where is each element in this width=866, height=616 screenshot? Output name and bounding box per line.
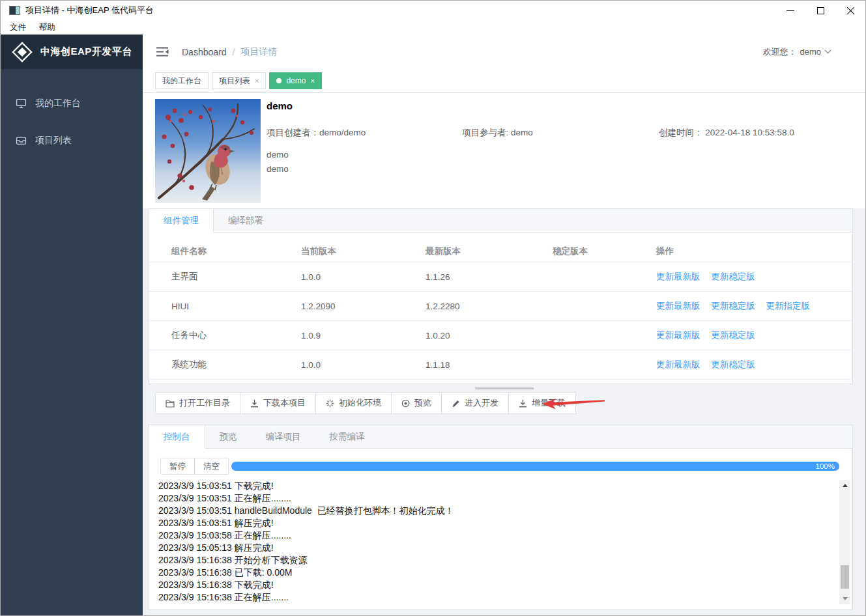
nav-tabbar: 我的工作台 项目列表 × demo × [143,69,865,93]
scroll-up-button[interactable] [839,480,850,491]
log-line: 2023/3/9 15:03:51 解压完成! [158,517,837,529]
menu-fold-icon[interactable] [156,46,169,57]
console-log-output: 2023/3/9 15:03:51 下载完成! 2023/3/9 15:03:5… [158,480,837,603]
preview-button[interactable]: 预览 [391,392,442,414]
chevron-down-icon [824,49,831,54]
folder-icon [166,399,175,408]
project-info-section: demo 项目创建者：demo/demo 项目参与者: demo 创建时间： 2… [143,93,865,208]
breadcrumb-dashboard[interactable]: Dashboard [182,47,227,57]
log-line: 2023/3/9 15:05:13 解压完成! [158,542,837,554]
nav-tab-project-list[interactable]: 项目列表 × [212,72,266,89]
close-icon[interactable]: × [310,77,314,85]
nav-tab-label: 我的工作台 [162,76,201,87]
maximize-icon [817,7,824,14]
logo-title: 中海创EAP开发平台 [40,46,132,58]
log-line: 2023/3/9 15:03:51 handleBuildModule 已经替换… [158,505,837,517]
update-stable-link[interactable]: 更新稳定版 [711,301,755,311]
scrollbar-thumb[interactable] [841,565,849,589]
project-creator: 项目创建者：demo/demo [267,127,462,139]
update-latest-link[interactable]: 更新最新版 [656,330,700,340]
update-specified-link[interactable]: 更新指定版 [766,301,811,311]
project-toolbar: 打开工作目录 下载本项目 初始化环境 [155,392,576,415]
menu-help[interactable]: 帮助 [39,22,55,33]
sidebar-item-workbench[interactable]: 我的工作台 [1,85,143,122]
sidebar-item-project-list[interactable]: 项目列表 [1,122,143,159]
topbar: Dashboard / 项目详情 欢迎您： demo [143,35,865,69]
table-row: HIUI 1.2.2090 1.2.2280 更新最新版 更新稳定版 更新指定版 [149,292,852,321]
init-icon [326,399,334,408]
titlebar: 项目详情 - 中海创EAP 低代码平台 [1,1,865,20]
table-row: 主界面 1.0.0 1.1.26 更新最新版 更新稳定版 [149,262,852,292]
open-workdir-button[interactable]: 打开工作目录 [155,392,240,414]
table-header-row: 组件名称 当前版本 最新版本 稳定版本 操作 [149,240,852,262]
project-participant: 项目参与者: demo [462,127,659,139]
init-env-button[interactable]: 初始化环境 [315,392,392,414]
maximize-button[interactable] [805,1,835,20]
update-latest-link[interactable]: 更新最新版 [656,359,700,369]
enter-dev-icon [452,399,460,408]
update-latest-link[interactable]: 更新最新版 [656,301,700,311]
window-controls [775,1,865,20]
component-panel: 组件管理 编绎部署 组件名称 当前版本 最新版本 稳定版本 操作 主界面 1.0… [149,208,853,384]
tab-compile-project[interactable]: 编译项目 [252,425,315,448]
breadcrumb-separator: / [233,47,235,57]
app-window: { "window": { "title": "项目详情 - 中海创EAP 低代… [0,0,866,616]
project-name: demo [267,100,859,111]
log-line: 2023/3/9 15:16:38 已下载: 0.00M [158,567,837,579]
log-line: 2023/3/9 15:03:51 正在解压........ [158,492,837,505]
close-button[interactable] [835,1,865,20]
main-area: Dashboard / 项目详情 欢迎您： demo 我的工作台 项目列表 × [143,35,865,615]
project-created-time: 创建时间： 2022-04-18 10:53:58.0 [659,127,794,139]
console-panel-tabs: 控制台 预览 编译项目 按需编译 [149,425,852,449]
tab-compile-on-demand[interactable]: 按需编译 [315,425,379,448]
tab-component-manage[interactable]: 组件管理 [149,209,214,232]
project-desc-line: demo [267,164,859,174]
app-icon [9,6,20,15]
splitter-handle[interactable] [475,387,534,389]
console-controls: 暂停 清空 100% [160,456,839,476]
minimize-icon [787,10,794,11]
project-list-icon [16,135,27,146]
download-icon [519,399,527,408]
console-scrollbar[interactable] [839,480,850,604]
nav-tab-workbench[interactable]: 我的工作台 [155,72,209,89]
nav-tab-label: 项目列表 [219,76,250,87]
sidebar-menu: 我的工作台 项目列表 [1,69,143,159]
breadcrumb-current: 项目详情 [240,46,277,58]
update-stable-link[interactable]: 更新稳定版 [711,330,755,340]
progress-percent: 100% [816,462,835,470]
nav-tab-label: demo [286,76,306,85]
username: demo [800,47,821,57]
download-icon [250,399,259,408]
update-latest-link[interactable]: 更新最新版 [656,272,700,281]
monitor-icon [16,98,27,109]
user-menu[interactable]: 欢迎您： demo [762,46,831,58]
enter-dev-button[interactable]: 进入开发 [441,392,509,414]
tab-console[interactable]: 控制台 [149,425,205,448]
update-stable-link[interactable]: 更新稳定版 [711,359,755,369]
log-line: 2023/3/9 15:16:38 下载完成! [158,579,837,591]
menubar: 文件 帮助 [1,20,865,35]
active-dot [276,78,281,83]
tab-compile-deploy[interactable]: 编绎部署 [214,209,278,232]
breadcrumb: Dashboard / 项目详情 [182,46,277,58]
log-line: 2023/3/9 15:16:38 开始分析下载资源 [158,554,837,567]
sidebar-logo: 中海创EAP开发平台 [1,35,143,69]
menu-file[interactable]: 文件 [10,22,26,33]
logo-icon [11,41,33,63]
download-project-button[interactable]: 下载本项目 [240,392,316,414]
component-table: 组件名称 当前版本 最新版本 稳定版本 操作 主界面 1.0.0 1.1.26 … [149,240,852,380]
panel-splitter [143,384,865,392]
clear-button[interactable]: 清空 [194,458,229,475]
close-icon [846,7,855,15]
triangle-down-icon [843,597,848,600]
scroll-down-button[interactable] [839,593,850,604]
eye-icon [401,399,410,408]
minimize-button[interactable] [775,1,805,20]
update-stable-link[interactable]: 更新稳定版 [711,272,755,281]
table-row: 任务中心 1.0.9 1.0.20 更新最新版 更新稳定版 [149,321,852,350]
tab-preview[interactable]: 预览 [205,425,252,448]
nav-tab-demo[interactable]: demo × [269,72,321,89]
pause-button[interactable]: 暂停 [160,458,195,475]
close-icon[interactable]: × [255,77,259,85]
